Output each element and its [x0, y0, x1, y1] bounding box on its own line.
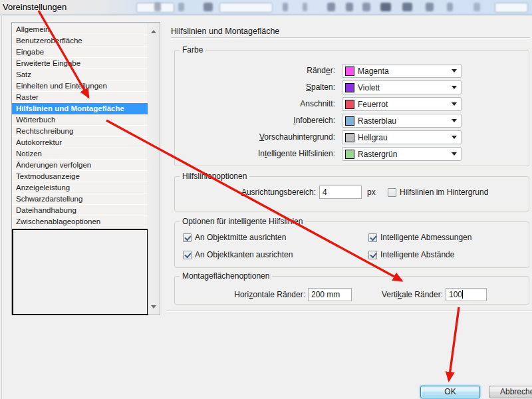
checkbox-box[interactable]: [183, 251, 192, 259]
screenshot-root: { "window": { "title": "Voreinstellungen…: [0, 0, 532, 399]
checkbox-label: Hilfslinien im Hintergrund: [400, 188, 488, 197]
chevron-down-icon[interactable]: [452, 136, 457, 139]
color-dropdown[interactable]: Feuerrot: [342, 97, 462, 111]
sidebar-item[interactable]: Hilfslinien und Montagefläche: [12, 103, 148, 114]
toolbar-icon-blob: [426, 3, 434, 11]
toolbar-icon-blob: [473, 3, 480, 11]
color-label: Infobereich:: [175, 114, 335, 128]
toolbar-icon-blob: [380, 3, 391, 11]
heading-divider: [171, 37, 530, 39]
checkbox-box[interactable]: [368, 251, 377, 259]
smart-guide-checkbox[interactable]: Intelligente Abstände: [368, 250, 454, 259]
horizontal-margins-label: Horizontale Ränder:: [175, 288, 305, 301]
sidebar-item[interactable]: Änderungen verfolgen: [12, 160, 148, 171]
color-dropdown[interactable]: Rastergrün: [342, 147, 462, 161]
toolbar-field-blob: [219, 3, 273, 13]
vertical-margins-value: 100: [449, 290, 462, 299]
chevron-down-icon[interactable]: [452, 86, 457, 89]
sidebar-item[interactable]: Schwarzdarstellung: [12, 194, 148, 205]
smart-guide-checkbox[interactable]: An Objektkanten ausrichten: [183, 250, 293, 259]
sidebar-item[interactable]: Dateihandhabung: [12, 205, 148, 216]
smart-guide-checkbox[interactable]: Intelligente Abmessungen: [368, 233, 471, 242]
sidebar-item[interactable]: Notizen: [12, 148, 148, 160]
sidebar-item[interactable]: Eingabe: [12, 47, 148, 58]
buttons-divider: [166, 311, 532, 312]
color-value: Rasterblau: [358, 116, 452, 126]
color-value: Magenta: [358, 66, 452, 76]
scroll-down-icon[interactable]: [151, 305, 156, 309]
color-row: Infobereich:Rasterblau: [175, 114, 529, 128]
checkbox-label: Intelligente Abstände: [380, 250, 454, 259]
color-swatch: [345, 83, 354, 92]
text-caret: [462, 290, 463, 299]
color-swatch: [345, 150, 354, 159]
color-label: Anschnitt:: [175, 97, 335, 111]
sidebar-item[interactable]: Wörterbuch: [12, 114, 148, 126]
list-scrollbar[interactable]: [148, 23, 159, 314]
toolbar-icon-blob: [283, 3, 288, 11]
checkbox-box[interactable]: [368, 233, 377, 242]
sidebar-item[interactable]: Rechtschreibung: [12, 126, 148, 137]
dialog-title: Voreinstellungen: [3, 2, 66, 12]
toolbar-icon-blob: [303, 3, 307, 11]
color-row: Vorschauhintergrund:Hellgrau: [175, 130, 529, 144]
color-row: Spalten:Violett: [175, 80, 529, 94]
toolbar-icon-blob: [346, 3, 353, 11]
chevron-down-icon[interactable]: [452, 69, 457, 72]
group-hilfslinienoptionen: Hilfslinienoptionen Ausrichtungsbereich:…: [174, 176, 529, 211]
sidebar-item[interactable]: Zwischenablageoptionen: [12, 216, 148, 227]
vertical-margins-label: Vertikale Ränder:: [361, 288, 443, 301]
vertical-margins-input[interactable]: 100: [446, 288, 487, 301]
sidebar-item[interactable]: Benutzeroberfläche: [12, 35, 148, 47]
snap-zone-label: Ausrichtungsbereich:: [175, 186, 316, 199]
sidebar-item[interactable]: Anzeigeleistung: [12, 182, 148, 194]
sidebar-item[interactable]: Allgemein: [12, 24, 148, 35]
toolbar-icon-blob: [447, 3, 453, 11]
group-smart-guides-legend: Optionen für intelligente Hilfslinien: [180, 217, 305, 226]
sidebar-item[interactable]: Einheiten und Einteilungen: [12, 80, 148, 92]
horizontal-margins-input[interactable]: 200 mm: [308, 288, 352, 301]
chevron-down-icon[interactable]: [452, 102, 457, 106]
sidebar-item[interactable]: Autokorrektur: [12, 137, 148, 148]
color-label: Spalten:: [175, 80, 335, 94]
checkbox-label: An Objektkanten ausrichten: [195, 250, 293, 259]
color-dropdown[interactable]: Rasterblau: [342, 114, 462, 128]
preferences-category-list: AllgemeinBenutzeroberflächeEingabeErweit…: [11, 22, 160, 315]
cancel-button[interactable]: Abbrechen: [489, 386, 532, 398]
group-farbe: Farbe Ränder:MagentaSpalten:ViolettAnsch…: [174, 50, 529, 166]
sidebar-item[interactable]: Erweiterte Eingabe: [12, 58, 148, 69]
sidebar-item[interactable]: Raster: [12, 92, 148, 103]
color-swatch: [345, 133, 354, 142]
color-label: Vorschauhintergrund:: [175, 130, 335, 144]
page-title: Hilfslinien und Montagefläche: [171, 27, 279, 36]
toolbar-icon-blob: [402, 3, 412, 11]
sidebar-item[interactable]: Satz: [12, 69, 148, 80]
color-row: Ränder:Magenta: [175, 64, 529, 78]
checkbox-box[interactable]: [183, 233, 192, 242]
empty-preview-box: [12, 229, 148, 315]
scroll-up-icon[interactable]: [151, 30, 156, 33]
toolbar-icon-blob: [178, 3, 184, 11]
checkbox-box[interactable]: [388, 188, 396, 197]
color-dropdown[interactable]: Hellgrau: [342, 130, 462, 144]
color-label: Intelligente Hilfslinien:: [175, 147, 335, 161]
sidebar-item[interactable]: Textmodusanzeige: [12, 171, 148, 182]
toolbar-field-blob: [495, 3, 528, 13]
chevron-down-icon[interactable]: [452, 152, 457, 156]
smart-guide-checkbox[interactable]: An Objektmitte ausrichten: [183, 233, 286, 242]
color-row: Intelligente Hilfslinien:Rastergrün: [175, 147, 529, 161]
color-dropdown[interactable]: Magenta: [342, 64, 462, 78]
toolbar-icon-blob: [203, 3, 213, 11]
group-smart-guides: Optionen für intelligente Hilfslinien An…: [174, 221, 529, 268]
ok-button[interactable]: OK: [420, 386, 480, 398]
chevron-down-icon[interactable]: [452, 119, 457, 122]
color-dropdown[interactable]: Violett: [342, 80, 462, 94]
snap-zone-input[interactable]: 4: [319, 186, 362, 199]
toolbar-icon-blob: [327, 3, 335, 11]
background-toolbar: Voreinstellungen: [0, 0, 532, 15]
color-label: Ränder:: [175, 64, 335, 78]
color-value: Feuerrot: [358, 100, 452, 109]
color-swatch: [345, 100, 354, 109]
dialog-left-border: [1, 15, 2, 399]
guides-in-back-checkbox[interactable]: Hilfslinien im Hintergrund: [388, 188, 488, 197]
